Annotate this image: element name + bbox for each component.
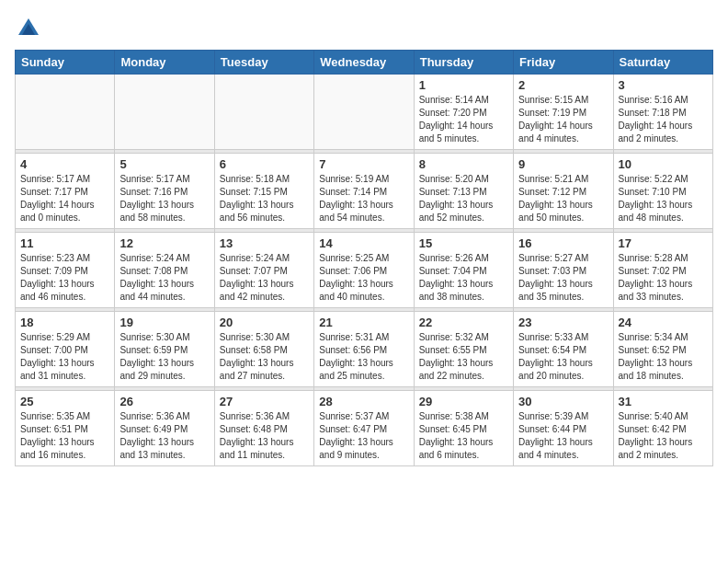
day-info: Sunrise: 5:28 AM Sunset: 7:02 PM Dayligh… xyxy=(619,252,708,304)
calendar-cell: 1Sunrise: 5:14 AM Sunset: 7:20 PM Daylig… xyxy=(414,75,513,150)
day-number: 7 xyxy=(319,157,408,171)
day-info: Sunrise: 5:24 AM Sunset: 7:08 PM Dayligh… xyxy=(119,252,209,304)
day-info: Sunrise: 5:26 AM Sunset: 7:04 PM Dayligh… xyxy=(419,252,508,304)
day-number: 17 xyxy=(619,236,708,250)
day-info: Sunrise: 5:32 AM Sunset: 6:55 PM Dayligh… xyxy=(419,331,508,383)
day-number: 25 xyxy=(20,395,109,408)
calendar-cell: 29Sunrise: 5:38 AM Sunset: 6:45 PM Dayli… xyxy=(414,391,513,466)
day-info: Sunrise: 5:29 AM Sunset: 7:00 PM Dayligh… xyxy=(20,331,109,383)
day-info: Sunrise: 5:22 AM Sunset: 7:10 PM Dayligh… xyxy=(619,173,708,224)
calendar-week-5: 25Sunrise: 5:35 AM Sunset: 6:51 PM Dayli… xyxy=(16,391,713,466)
calendar-cell: 21Sunrise: 5:31 AM Sunset: 6:56 PM Dayli… xyxy=(314,312,414,387)
day-info: Sunrise: 5:23 AM Sunset: 7:09 PM Dayligh… xyxy=(20,252,109,304)
day-info: Sunrise: 5:38 AM Sunset: 6:45 PM Dayligh… xyxy=(419,410,508,462)
calendar-cell: 11Sunrise: 5:23 AM Sunset: 7:09 PM Dayli… xyxy=(16,233,115,308)
calendar-cell: 22Sunrise: 5:32 AM Sunset: 6:55 PM Dayli… xyxy=(414,312,513,387)
day-number: 5 xyxy=(119,157,209,171)
day-number: 30 xyxy=(518,395,608,408)
day-info: Sunrise: 5:35 AM Sunset: 6:51 PM Dayligh… xyxy=(20,410,109,462)
day-info: Sunrise: 5:30 AM Sunset: 6:59 PM Dayligh… xyxy=(119,331,209,383)
day-info: Sunrise: 5:17 AM Sunset: 7:16 PM Dayligh… xyxy=(119,173,209,224)
calendar-week-2: 4Sunrise: 5:17 AM Sunset: 7:17 PM Daylig… xyxy=(16,154,713,229)
day-info: Sunrise: 5:36 AM Sunset: 6:49 PM Dayligh… xyxy=(119,410,209,462)
day-info: Sunrise: 5:16 AM Sunset: 7:18 PM Dayligh… xyxy=(619,94,708,145)
day-info: Sunrise: 5:39 AM Sunset: 6:44 PM Dayligh… xyxy=(518,410,608,462)
calendar-cell xyxy=(115,75,214,150)
day-number: 18 xyxy=(20,316,109,329)
col-header-tuesday: Tuesday xyxy=(214,51,313,75)
day-number: 19 xyxy=(119,316,209,329)
day-info: Sunrise: 5:40 AM Sunset: 6:42 PM Dayligh… xyxy=(619,410,708,462)
day-info: Sunrise: 5:18 AM Sunset: 7:15 PM Dayligh… xyxy=(220,173,309,224)
calendar-cell: 25Sunrise: 5:35 AM Sunset: 6:51 PM Dayli… xyxy=(16,391,115,466)
day-number: 3 xyxy=(619,78,708,92)
calendar-header-row: SundayMondayTuesdayWednesdayThursdayFrid… xyxy=(16,51,713,75)
calendar-cell: 9Sunrise: 5:21 AM Sunset: 7:12 PM Daylig… xyxy=(514,154,613,229)
day-info: Sunrise: 5:34 AM Sunset: 6:52 PM Dayligh… xyxy=(619,331,708,383)
calendar-cell xyxy=(16,75,115,150)
calendar-cell: 24Sunrise: 5:34 AM Sunset: 6:52 PM Dayli… xyxy=(613,312,712,387)
day-number: 24 xyxy=(619,316,708,329)
page-header xyxy=(15,15,713,42)
day-info: Sunrise: 5:17 AM Sunset: 7:17 PM Dayligh… xyxy=(20,173,109,224)
calendar-cell: 8Sunrise: 5:20 AM Sunset: 7:13 PM Daylig… xyxy=(414,154,513,229)
col-header-friday: Friday xyxy=(514,51,613,75)
col-header-monday: Monday xyxy=(115,51,214,75)
calendar-cell: 5Sunrise: 5:17 AM Sunset: 7:16 PM Daylig… xyxy=(115,154,214,229)
calendar-cell xyxy=(214,75,313,150)
calendar-cell: 27Sunrise: 5:36 AM Sunset: 6:48 PM Dayli… xyxy=(214,391,313,466)
calendar-cell: 23Sunrise: 5:33 AM Sunset: 6:54 PM Dayli… xyxy=(514,312,613,387)
day-info: Sunrise: 5:14 AM Sunset: 7:20 PM Dayligh… xyxy=(419,94,508,145)
day-info: Sunrise: 5:19 AM Sunset: 7:14 PM Dayligh… xyxy=(319,173,408,224)
day-number: 9 xyxy=(518,157,608,171)
calendar-cell: 30Sunrise: 5:39 AM Sunset: 6:44 PM Dayli… xyxy=(514,391,613,466)
day-number: 16 xyxy=(518,236,608,250)
day-number: 27 xyxy=(220,395,309,408)
day-number: 23 xyxy=(518,316,608,329)
logo-icon xyxy=(15,15,42,42)
day-info: Sunrise: 5:37 AM Sunset: 6:47 PM Dayligh… xyxy=(319,410,408,462)
calendar-cell: 12Sunrise: 5:24 AM Sunset: 7:08 PM Dayli… xyxy=(115,233,214,308)
day-info: Sunrise: 5:36 AM Sunset: 6:48 PM Dayligh… xyxy=(220,410,309,462)
day-number: 22 xyxy=(419,316,508,329)
day-number: 6 xyxy=(220,157,309,171)
day-info: Sunrise: 5:25 AM Sunset: 7:06 PM Dayligh… xyxy=(319,252,408,304)
calendar-cell: 28Sunrise: 5:37 AM Sunset: 6:47 PM Dayli… xyxy=(314,391,414,466)
day-number: 26 xyxy=(119,395,209,408)
day-info: Sunrise: 5:27 AM Sunset: 7:03 PM Dayligh… xyxy=(518,252,608,304)
day-info: Sunrise: 5:15 AM Sunset: 7:19 PM Dayligh… xyxy=(518,94,608,145)
calendar-week-1: 1Sunrise: 5:14 AM Sunset: 7:20 PM Daylig… xyxy=(16,75,713,150)
day-number: 21 xyxy=(319,316,408,329)
calendar-cell: 19Sunrise: 5:30 AM Sunset: 6:59 PM Dayli… xyxy=(115,312,214,387)
col-header-saturday: Saturday xyxy=(613,51,712,75)
calendar-cell: 14Sunrise: 5:25 AM Sunset: 7:06 PM Dayli… xyxy=(314,233,414,308)
calendar-cell: 16Sunrise: 5:27 AM Sunset: 7:03 PM Dayli… xyxy=(514,233,613,308)
day-number: 12 xyxy=(119,236,209,250)
day-info: Sunrise: 5:21 AM Sunset: 7:12 PM Dayligh… xyxy=(518,173,608,224)
calendar-week-4: 18Sunrise: 5:29 AM Sunset: 7:00 PM Dayli… xyxy=(16,312,713,387)
day-info: Sunrise: 5:30 AM Sunset: 6:58 PM Dayligh… xyxy=(220,331,309,383)
calendar-cell: 3Sunrise: 5:16 AM Sunset: 7:18 PM Daylig… xyxy=(613,75,712,150)
calendar-cell: 7Sunrise: 5:19 AM Sunset: 7:14 PM Daylig… xyxy=(314,154,414,229)
calendar-cell: 18Sunrise: 5:29 AM Sunset: 7:00 PM Dayli… xyxy=(16,312,115,387)
calendar-cell: 26Sunrise: 5:36 AM Sunset: 6:49 PM Dayli… xyxy=(115,391,214,466)
day-number: 10 xyxy=(619,157,708,171)
calendar-cell: 31Sunrise: 5:40 AM Sunset: 6:42 PM Dayli… xyxy=(613,391,712,466)
day-info: Sunrise: 5:20 AM Sunset: 7:13 PM Dayligh… xyxy=(419,173,508,224)
day-info: Sunrise: 5:33 AM Sunset: 6:54 PM Dayligh… xyxy=(518,331,608,383)
day-number: 13 xyxy=(220,236,309,250)
day-number: 2 xyxy=(518,78,608,92)
day-number: 31 xyxy=(619,395,708,408)
calendar-cell: 20Sunrise: 5:30 AM Sunset: 6:58 PM Dayli… xyxy=(214,312,313,387)
calendar-cell: 17Sunrise: 5:28 AM Sunset: 7:02 PM Dayli… xyxy=(613,233,712,308)
calendar-cell: 6Sunrise: 5:18 AM Sunset: 7:15 PM Daylig… xyxy=(214,154,313,229)
day-number: 14 xyxy=(319,236,408,250)
calendar-table: SundayMondayTuesdayWednesdayThursdayFrid… xyxy=(15,50,713,466)
calendar-cell xyxy=(314,75,414,150)
day-number: 20 xyxy=(220,316,309,329)
calendar-cell: 4Sunrise: 5:17 AM Sunset: 7:17 PM Daylig… xyxy=(16,154,115,229)
day-number: 4 xyxy=(20,157,109,171)
calendar-cell: 2Sunrise: 5:15 AM Sunset: 7:19 PM Daylig… xyxy=(514,75,613,150)
calendar-cell: 10Sunrise: 5:22 AM Sunset: 7:10 PM Dayli… xyxy=(613,154,712,229)
col-header-thursday: Thursday xyxy=(414,51,513,75)
